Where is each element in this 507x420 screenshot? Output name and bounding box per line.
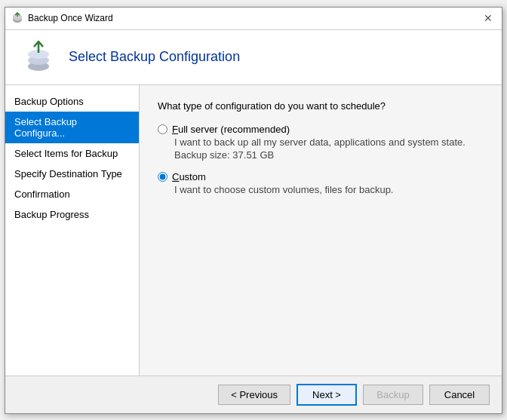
option-full-server: Full server (recommended) I want to back… — [158, 124, 484, 161]
options-group: Full server (recommended) I want to back… — [158, 124, 484, 195]
custom-desc1: I want to choose custom volumes, files f… — [158, 184, 484, 195]
option-full-server-label[interactable]: Full server (recommended) — [158, 124, 484, 135]
header-icon — [20, 39, 57, 75]
question-text: What type of configuration do you want t… — [158, 100, 484, 112]
titlebar-icon — [11, 12, 23, 24]
radio-full-server[interactable] — [158, 124, 167, 134]
backup-button: Backup — [363, 385, 423, 405]
footer: < Previous Next > Backup Cancel — [5, 376, 502, 413]
previous-button[interactable]: < Previous — [218, 385, 290, 405]
sidebar: Backup Options Select Backup Configura..… — [5, 85, 140, 376]
sidebar-item-select-backup[interactable]: Select Backup Configura... — [5, 112, 139, 143]
header: Select Backup Configuration — [5, 30, 502, 85]
full-server-desc1: I want to back up all my server data, ap… — [158, 136, 484, 148]
main-content: What type of configuration do you want t… — [140, 85, 502, 376]
main-window: Backup Once Wizard ✕ Select Backup Confi… — [5, 7, 502, 414]
sidebar-item-backup-options[interactable]: Backup Options — [5, 91, 139, 112]
next-button[interactable]: Next > — [297, 384, 357, 406]
close-button[interactable]: ✕ — [481, 11, 496, 26]
full-server-desc2: Backup size: 37.51 GB — [158, 149, 484, 161]
body-area: Backup Options Select Backup Configura..… — [5, 85, 502, 376]
sidebar-item-confirmation[interactable]: Confirmation — [5, 184, 139, 204]
sidebar-item-select-items[interactable]: Select Items for Backup — [5, 143, 139, 164]
option-custom-label[interactable]: Custom — [158, 171, 484, 182]
cancel-button[interactable]: Cancel — [429, 385, 490, 405]
radio-custom[interactable] — [158, 172, 167, 182]
sidebar-item-backup-progress[interactable]: Backup Progress — [5, 204, 139, 225]
page-title: Select Backup Configuration — [69, 49, 240, 65]
window-title: Backup Once Wizard — [28, 13, 113, 23]
sidebar-item-specify-destination[interactable]: Specify Destination Type — [5, 164, 139, 184]
option-custom: Custom I want to choose custom volumes, … — [158, 171, 484, 195]
title-bar: Backup Once Wizard ✕ — [5, 8, 502, 30]
